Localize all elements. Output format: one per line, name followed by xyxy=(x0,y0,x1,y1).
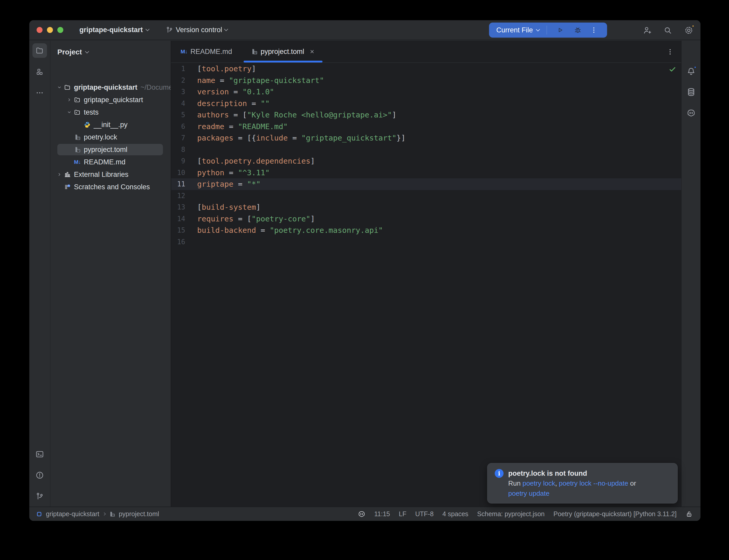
debug-bug-icon[interactable] xyxy=(573,26,582,34)
code-line-2[interactable]: 2name = "griptape-quickstart" xyxy=(171,75,681,86)
tree-item-external-libraries[interactable]: External Libraries xyxy=(51,168,171,181)
status-item[interactable]: 11:15 xyxy=(375,510,390,518)
code-line-11[interactable]: 11griptape = "*" xyxy=(171,178,681,190)
settings-gear-icon[interactable] xyxy=(684,25,694,35)
line-number: 7 xyxy=(171,134,185,142)
project-panel-title: Project xyxy=(57,48,82,56)
project-panel-header[interactable]: Project xyxy=(51,41,171,64)
folder-icon xyxy=(36,46,44,55)
copilot-icon[interactable] xyxy=(358,510,366,518)
tree-item-griptape-quickstart[interactable]: griptape_quickstart xyxy=(51,94,171,106)
project-tree: griptape-quickstart~/Documegriptape_quic… xyxy=(51,81,171,193)
run-play-icon[interactable] xyxy=(556,26,565,34)
desktop: griptape-quickstart Version control Curr… xyxy=(0,0,729,560)
code-line-12[interactable]: 12 xyxy=(171,190,681,202)
close-tab-icon[interactable] xyxy=(309,48,315,55)
code-line-13[interactable]: 13[build-system] xyxy=(171,201,681,213)
chevron-right-icon[interactable] xyxy=(65,97,74,103)
breadcrumb: griptape-quickstart[T]pyproject.toml xyxy=(36,510,159,518)
breadcrumb-item[interactable]: pyproject.toml xyxy=(119,510,159,518)
tab-pyproject-toml[interactable]: [T]pyproject.toml xyxy=(241,41,324,62)
search-icon[interactable] xyxy=(663,26,672,35)
vcs-widget[interactable]: Version control xyxy=(165,26,228,34)
notification-body-line: Run poetry lock, poetry lock --no-update… xyxy=(508,478,636,488)
notifications-bell-button[interactable] xyxy=(686,67,696,77)
project-switcher[interactable]: griptape-quickstart xyxy=(79,26,149,34)
tab-readme-md[interactable]: M↓README.md xyxy=(171,41,241,62)
scratches-icon xyxy=(64,184,71,190)
code-line-1[interactable]: 1[tool.poetry] xyxy=(171,63,681,75)
line-number: 9 xyxy=(171,157,185,165)
code-line-8[interactable]: 8 xyxy=(171,144,681,156)
code-line-14[interactable]: 14requires = ["poetry-core"] xyxy=(171,213,681,225)
tree-item-label: __init__.py xyxy=(94,121,128,129)
code-line-7[interactable]: 7packages = [{include = "griptape_quicks… xyxy=(171,132,681,144)
code-editor[interactable]: 1[tool.poetry]2name = "griptape-quicksta… xyxy=(171,63,681,248)
tab-options-kebab-icon[interactable] xyxy=(666,41,674,63)
tree-item--init-py[interactable]: __init__.py xyxy=(51,118,171,131)
breadcrumb-item[interactable]: griptape-quickstart xyxy=(46,510,99,518)
notification-link[interactable]: poetry lock --no-update xyxy=(559,479,628,487)
chevron-down-icon[interactable] xyxy=(55,85,64,90)
structure-tool-button[interactable] xyxy=(32,65,47,79)
svg-text:[T]: [T] xyxy=(77,137,80,139)
close-window-button[interactable] xyxy=(37,27,43,33)
problems-tool-button[interactable] xyxy=(32,468,47,482)
editor-area: M↓README.md[T]pyproject.toml 1[tool.poet… xyxy=(171,41,681,507)
notification-body-line: poetry update xyxy=(508,488,636,499)
version-control-tool-button[interactable] xyxy=(32,489,47,504)
toml-icon: [T] xyxy=(251,48,257,55)
line-number: 6 xyxy=(171,123,185,130)
add-user-icon[interactable] xyxy=(642,26,652,35)
line-number: 5 xyxy=(171,111,185,119)
run-configuration-widget[interactable]: Current File xyxy=(489,23,607,38)
line-number: 3 xyxy=(171,88,185,96)
tree-item-scratches-and-consoles[interactable]: Scratches and Consoles xyxy=(51,181,171,193)
tree-item-griptape-quickstart[interactable]: griptape-quickstart~/Docume xyxy=(51,81,171,94)
notification-link[interactable]: poetry lock xyxy=(523,479,555,487)
status-item[interactable]: 4 spaces xyxy=(442,510,468,518)
code-text: python = "^3.11" xyxy=(197,168,269,177)
code-line-5[interactable]: 5authors = ["Kyle Roche <hello@griptape.… xyxy=(171,109,681,121)
minimize-window-button[interactable] xyxy=(47,27,53,33)
status-items: 11:15LFUTF-84 spacesSchema: pyproject.js… xyxy=(358,510,693,518)
tree-item-readme-md[interactable]: M↓README.md xyxy=(51,156,171,168)
line-number: 16 xyxy=(171,238,185,246)
tree-item-poetry-lock[interactable]: [T]poetry.lock xyxy=(51,131,171,143)
code-line-4[interactable]: 4description = "" xyxy=(171,98,681,109)
status-item[interactable]: LF xyxy=(399,510,406,518)
tree-item-tests[interactable]: tests xyxy=(51,106,171,118)
code-line-10[interactable]: 10python = "^3.11" xyxy=(171,167,681,179)
project-tool-button[interactable] xyxy=(32,43,47,58)
status-item[interactable]: Schema: pyproject.json xyxy=(477,510,545,518)
line-number: 10 xyxy=(171,169,185,177)
chevron-down-icon[interactable] xyxy=(65,109,74,115)
status-item[interactable]: UTF-8 xyxy=(415,510,434,518)
chevron-right-icon[interactable] xyxy=(55,172,64,177)
code-line-16[interactable]: 16 xyxy=(171,236,681,248)
right-tool-strip xyxy=(681,41,700,507)
code-text: griptape = "*" xyxy=(197,180,260,188)
code-line-15[interactable]: 15build-backend = "poetry.core.masonry.a… xyxy=(171,225,681,236)
run-more-kebab-icon[interactable] xyxy=(590,26,598,34)
database-tool-button[interactable] xyxy=(686,87,696,98)
line-number: 14 xyxy=(171,215,185,223)
code-line-6[interactable]: 6readme = "README.md" xyxy=(171,121,681,132)
line-number: 12 xyxy=(171,192,185,200)
line-number: 11 xyxy=(171,180,185,188)
tree-item-pyproject-toml[interactable]: [T]pyproject.toml xyxy=(51,143,171,156)
python-icon xyxy=(84,121,90,128)
lock-open-icon[interactable] xyxy=(685,510,693,518)
notification-body: Run poetry lock, poetry lock --no-update… xyxy=(508,478,636,499)
terminal-tool-button[interactable] xyxy=(32,447,47,461)
notification-link[interactable]: poetry update xyxy=(508,489,550,497)
more-tool-windows-button[interactable] xyxy=(32,86,47,100)
ai-assistant-tool-button[interactable] xyxy=(686,108,696,119)
code-line-9[interactable]: 9[tool.poetry.dependencies] xyxy=(171,155,681,167)
notification-text: Run xyxy=(508,479,523,487)
notification-balloon: i poetry.lock is not found Run poetry lo… xyxy=(487,463,678,503)
maximize-window-button[interactable] xyxy=(57,27,63,33)
code-line-3[interactable]: 3version = "0.1.0" xyxy=(171,86,681,98)
status-item[interactable]: Poetry (griptape-quickstart) [Python 3.1… xyxy=(553,510,677,518)
run-config-label: Current File xyxy=(496,26,533,34)
